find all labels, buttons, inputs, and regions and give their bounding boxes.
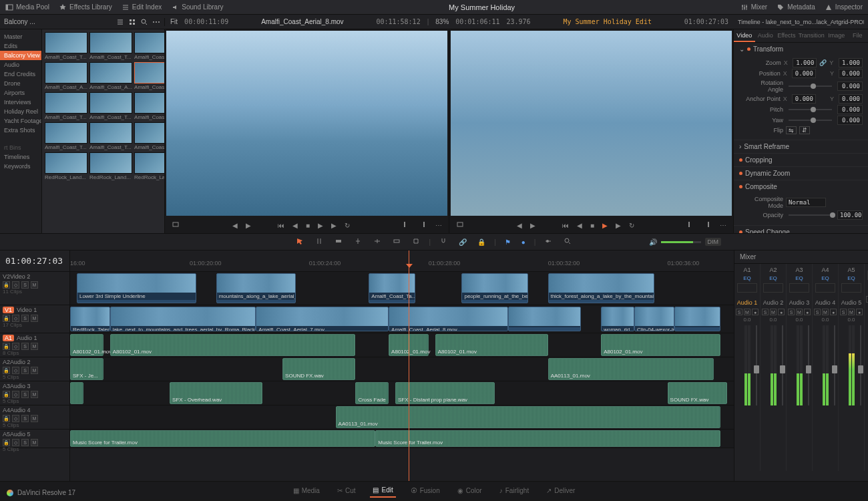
inspector-tab-file[interactable]: File	[847, 29, 868, 42]
solo-toggle[interactable]: S	[21, 281, 29, 289]
eq-button[interactable]: EQ	[762, 275, 785, 282]
volume-slider[interactable]	[661, 241, 701, 243]
page-fusion[interactable]: ⦿Fusion	[408, 484, 443, 497]
pitch-slider[interactable]	[789, 109, 832, 110]
lock-toggle[interactable]: 🔒	[3, 367, 10, 374]
fit-zoom[interactable]: Fit	[170, 18, 178, 25]
media-clip[interactable]: Amalfi_Coast_A...	[134, 62, 165, 90]
replace-icon[interactable]	[410, 235, 423, 249]
viewer-options-icon[interactable]: ⋯	[434, 220, 443, 230]
solo-toggle[interactable]: S	[21, 367, 29, 374]
inspector-toggle[interactable]: Inspector	[825, 3, 863, 11]
media-clip[interactable]: Amalfi_Coast_T...	[45, 92, 87, 120]
media-clip[interactable]: Amalfi_Coast_T...	[134, 122, 165, 150]
mute-button[interactable]: M	[770, 309, 777, 315]
solo-toggle[interactable]: S	[21, 415, 29, 422]
composite-header[interactable]: Composite	[734, 180, 868, 193]
timeline-clip[interactable]: thick_forest_along_a_lake_by_the_mountai…	[548, 273, 654, 303]
mute-toggle[interactable]: M	[31, 315, 38, 322]
media-clip[interactable]: RedRock_Land...	[134, 152, 165, 180]
yaw-input[interactable]: 0.000	[837, 116, 863, 125]
zoom-fit-icon[interactable]	[562, 235, 574, 249]
track-a1[interactable]: A80102_01.movA80102_01.movA80102_01.movA…	[70, 333, 734, 357]
auto-select-toggle[interactable]: ◇	[12, 315, 19, 322]
media-clip[interactable]: Amalfi_Coast_T...	[45, 122, 87, 150]
step-back-icon[interactable]: ◀	[291, 220, 299, 230]
speaker-icon[interactable]: 🔊	[649, 238, 657, 246]
inspector-tab-video[interactable]: Video	[734, 29, 755, 42]
pos-y-input[interactable]: 0.000	[839, 69, 863, 78]
bin-item[interactable]: End Credits	[0, 69, 41, 79]
marker-icon[interactable]: ●	[519, 236, 527, 248]
track-id[interactable]: A1	[3, 335, 14, 341]
cropping-header[interactable]: Cropping	[734, 154, 868, 166]
timeline-clip[interactable]: Amalfi_Coast_Aerial_7.mov	[256, 307, 389, 331]
timeline-clip[interactable]: SOUND FX.wav	[668, 382, 727, 404]
timeline-clip[interactable]: RedRock_Talent_3...	[70, 307, 110, 331]
media-clip[interactable]: RedRock_Land...	[89, 152, 132, 180]
mute-button[interactable]: M	[822, 309, 829, 315]
media-clip[interactable]: RedRock_Land...	[45, 152, 87, 180]
mute-toggle[interactable]: M	[31, 281, 38, 289]
mark-in-icon[interactable]	[401, 219, 412, 232]
solo-toggle[interactable]: S	[21, 439, 29, 446]
edit-index-toggle[interactable]: Edit Index	[122, 3, 162, 11]
selection-tool-icon[interactable]	[294, 235, 306, 249]
timeline-clip[interactable]	[508, 307, 581, 331]
mute-toggle[interactable]: M	[31, 367, 38, 374]
auto-select-toggle[interactable]: ◇	[12, 281, 19, 289]
track-id[interactable]: A2	[3, 359, 10, 365]
anchor-x-input[interactable]: 0.000	[792, 94, 816, 104]
track-v1[interactable]: RedRock_Talent_3...lake_next_to_mountain…	[70, 305, 734, 333]
step-back-icon[interactable]: ◀	[576, 220, 584, 230]
solo-button[interactable]: S	[840, 309, 847, 315]
flip-h-icon[interactable]: ⇋	[786, 126, 797, 134]
track-header-v2[interactable]: V2Video 2🔒◇SM11 Clips	[0, 272, 69, 305]
loop-icon[interactable]: ↻	[628, 220, 636, 230]
metadata-toggle[interactable]: Metadata	[777, 3, 815, 11]
match-frame-icon[interactable]	[170, 219, 182, 232]
track-id[interactable]: V2	[3, 273, 10, 280]
play-icon[interactable]: ▶	[316, 220, 324, 230]
timeline-clip[interactable]: Lower 3rd Simple Underline	[77, 273, 196, 303]
first-frame-icon[interactable]: ⏮	[276, 220, 286, 230]
track-id[interactable]: A4	[3, 407, 10, 413]
mute-button[interactable]: M	[796, 309, 803, 315]
timeline-clip[interactable]: people_running_at_the_beach_in_brig...	[461, 273, 527, 303]
page-media[interactable]: ▦Media	[290, 484, 322, 497]
inspector-tab-effects[interactable]: Effects	[776, 29, 797, 42]
opacity-slider[interactable]	[789, 214, 832, 216]
media-clip[interactable]: Amalfi_Coast_A...	[89, 62, 132, 90]
record-button[interactable]: ●	[778, 309, 785, 315]
source-clip-name[interactable]: Amalfi_Coast_Aerial_8.mov	[261, 18, 343, 25]
current-bin-name[interactable]: Balcony ...	[4, 18, 35, 25]
lock-icon[interactable]: 🔒	[475, 236, 487, 248]
solo-button[interactable]: S	[814, 309, 821, 315]
media-clip[interactable]: Amalfi_Coast_T...	[89, 92, 132, 120]
timeline-clip[interactable]: SFX - Distant prop plane.wav	[395, 382, 495, 404]
lock-toggle[interactable]: 🔒	[3, 415, 10, 422]
timeline-clip[interactable]: Music Score for Trailer.mov	[70, 430, 375, 447]
timeline-clip[interactable]: Amalfi_Coast_Aerial_8.mov	[389, 307, 508, 331]
auto-select-toggle[interactable]: ◇	[12, 439, 19, 446]
channel-fader[interactable]	[860, 325, 861, 405]
composite-mode-select[interactable]: Normal	[786, 198, 826, 207]
eq-button[interactable]: EQ	[814, 275, 837, 282]
zoom-y-input[interactable]: 1.000	[839, 58, 863, 67]
pos-x-input[interactable]: 0.000	[792, 69, 816, 78]
sound-library-toggle[interactable]: Sound Library	[171, 3, 223, 11]
timeline-clip[interactable]: Cross Fade	[355, 382, 389, 404]
mute-toggle[interactable]: M	[31, 415, 38, 422]
timeline-clip[interactable]: Music Score for Trailer.mov	[375, 430, 720, 447]
eq-curve-icon[interactable]	[815, 283, 835, 293]
eq-button[interactable]: EQ	[788, 275, 811, 282]
track-id[interactable]: V1	[3, 307, 14, 313]
mute-toggle[interactable]: M	[31, 343, 38, 350]
solo-button[interactable]: S	[788, 309, 795, 315]
anchor-y-input[interactable]: 0.000	[839, 94, 863, 104]
timeline-clip[interactable]: SFX - Overhead.wav	[170, 382, 262, 404]
track-header-a3[interactable]: A3Audio 3🔒◇SM5 Clips	[0, 381, 69, 405]
media-clip[interactable]: Amalfi_Coast_A...	[45, 62, 87, 90]
stop-icon[interactable]: ■	[304, 220, 311, 230]
eq-button[interactable]: EQ	[736, 275, 758, 282]
